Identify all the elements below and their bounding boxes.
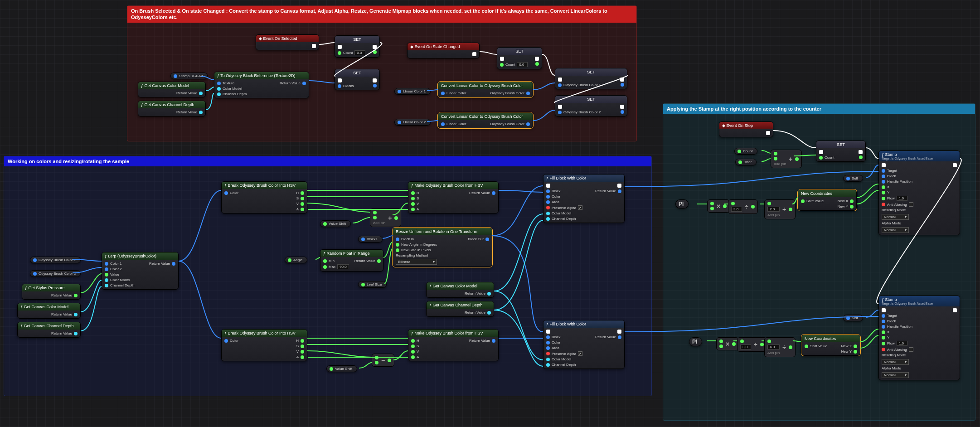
node-resize-rotate[interactable]: Resize Uniform and Rotate in One Transfo… <box>393 228 492 267</box>
region-header: Applying the Stamp at the right position… <box>663 104 975 114</box>
node-make-hsv-2[interactable]: ƒ Make Odyssey Brush Color from HSV H S … <box>408 329 499 361</box>
node-div-3[interactable]: 3.0 ÷ <box>728 199 758 214</box>
node-event-on-selected[interactable]: ◆ Event On Selected <box>256 34 319 50</box>
var-linear-color-1[interactable]: Linear Color 1 <box>394 88 431 95</box>
node-event-on-step[interactable]: ◆ Event On Step <box>719 121 773 137</box>
node-break-hsv-1[interactable]: ƒ Break Odyssey Brush Color Into HSV Col… <box>221 181 307 214</box>
var-pi-2[interactable]: PI <box>689 337 702 346</box>
node-mul-1[interactable]: × <box>707 199 730 213</box>
node-div-3b[interactable]: 3.0 ÷ <box>737 337 767 352</box>
node-stamp-2[interactable]: ƒ StampTarget is Odyssey Brush Asset Bas… <box>878 296 960 380</box>
node-get-canvas-channel-depth-1[interactable]: ƒ Get Canvas Channel Depth Return Value <box>138 101 206 116</box>
dropdown-blending[interactable]: Normal <box>882 359 909 365</box>
node-set-count-1[interactable]: SET Count0.0 <box>335 35 380 58</box>
node-lerp[interactable]: ƒ Lerp (OdysseyBrushColor) Color 1 Color… <box>102 252 179 290</box>
checkbox-preserve-alpha[interactable]: ✓ <box>578 205 582 210</box>
node-convert-linear-1[interactable]: Convert Linear Color to Odyssey Brush Co… <box>438 82 533 97</box>
node-get-stylus-pressure[interactable]: ƒ Get Stylus Pressure Return Value <box>22 284 81 300</box>
region-header: Working on colors and resizing/rotating … <box>4 156 651 166</box>
node-event-on-state-changed[interactable]: ◆ Event On State Changed <box>407 43 480 58</box>
var-value-shift-2[interactable]: Value Shift <box>326 365 357 372</box>
var-count[interactable]: Count <box>734 148 757 155</box>
checkbox-aa[interactable] <box>909 347 913 352</box>
var-stamp-rgba8[interactable]: Stamp RGBA8 <box>170 73 208 79</box>
node-set-count-2[interactable]: SET Count0.0 <box>497 47 542 69</box>
dropdown-alpha[interactable]: Normal <box>882 372 909 378</box>
node-set-count-step[interactable]: SET Count <box>816 141 866 162</box>
node-mul-2[interactable]: × <box>716 337 739 350</box>
node-div-4[interactable]: 4.0Add pin ÷ <box>764 337 796 357</box>
node-new-coordinates-2[interactable]: New Coordinates Shift Value New X New Y <box>801 335 860 356</box>
node-get-canvas-channel-depth-2[interactable]: ƒ Get Canvas Channel Depth Return Value <box>17 322 81 338</box>
var-self-1[interactable]: Self <box>843 175 863 182</box>
var-leaf-size[interactable]: Leaf Size <box>358 281 387 288</box>
node-plus-counter[interactable]: Add pin + <box>771 150 802 168</box>
node-get-canvas-color-model-1[interactable]: ƒ Get Canvas Color Model Return Value <box>138 82 206 97</box>
var-angle[interactable]: Angle <box>285 257 307 263</box>
node-set-obc1[interactable]: SET Odyssey Brush Color 1 <box>555 68 627 89</box>
node-fill-block-1[interactable]: ƒ Fill Block With Color Block Color Area… <box>543 174 625 223</box>
node-get-canvas-color-model-3[interactable]: ƒ Get Canvas Color Model Return Value <box>426 282 494 298</box>
node-break-hsv-2[interactable]: ƒ Break Odyssey Brush Color Into HSV Col… <box>221 329 307 361</box>
var-obc1[interactable]: Odyssey Brush Color 1 <box>30 257 81 263</box>
var-pi-1[interactable]: PI <box>675 199 689 209</box>
node-set-obc2[interactable]: SET Odyssey Brush Color 2 <box>555 95 627 116</box>
node-fill-block-2[interactable]: ƒ Fill Block With Color Block Color Area… <box>543 320 625 369</box>
var-blocks[interactable]: Blocks <box>358 236 383 243</box>
var-linear-color-2[interactable]: Linear Color 2 <box>394 119 431 126</box>
node-make-hsv-1[interactable]: ƒ Make Odyssey Brush Color from HSV H S … <box>408 181 499 214</box>
node-new-coordinates-1[interactable]: New Coordinates Shift Value New X New Y <box>798 189 857 211</box>
dropdown-resampling[interactable]: Bilinear <box>396 259 437 265</box>
node-random-float[interactable]: ƒ Random Float in Range Min Max90.0 Retu… <box>320 249 383 272</box>
var-value-shift-1[interactable]: Value Shift <box>320 220 351 227</box>
var-self-2[interactable]: Self <box>843 315 863 321</box>
node-plus-1[interactable]: Add pin + <box>370 209 401 227</box>
event-icon: ◆ <box>722 123 725 128</box>
region-header: On Brush Selected & On state Changed : C… <box>127 6 636 23</box>
dropdown-alpha[interactable]: Normal <box>882 227 909 233</box>
event-icon: ◆ <box>410 44 413 49</box>
node-set-blocks[interactable]: SET Blocks <box>335 69 380 90</box>
node-to-odyssey-block-ref[interactable]: ƒ To Odyssey Block Reference (Texture2D)… <box>214 72 309 98</box>
var-obc2[interactable]: Odyssey Brush Color 2 <box>30 270 81 277</box>
node-div-2[interactable]: 2.0Add pin ÷ <box>764 199 796 219</box>
checkbox-aa[interactable] <box>909 202 913 207</box>
node-minus-1[interactable]: − <box>372 354 394 367</box>
checkbox-preserve-alpha[interactable]: ✓ <box>578 351 582 356</box>
var-jitter[interactable]: Jitter <box>735 159 757 165</box>
node-get-canvas-channel-depth-3[interactable]: ƒ Get Canvas Channel Depth Return Value <box>426 301 494 317</box>
node-convert-linear-2[interactable]: Convert Linear Color to Odyssey Brush Co… <box>438 112 533 128</box>
node-get-canvas-color-model-2[interactable]: ƒ Get Canvas Color Model Return Value <box>17 303 81 319</box>
event-icon: ◆ <box>259 36 262 41</box>
dropdown-blending[interactable]: Normal <box>882 214 909 220</box>
node-stamp-1[interactable]: ƒ StampTarget is Odyssey Brush Asset Bas… <box>878 150 960 235</box>
